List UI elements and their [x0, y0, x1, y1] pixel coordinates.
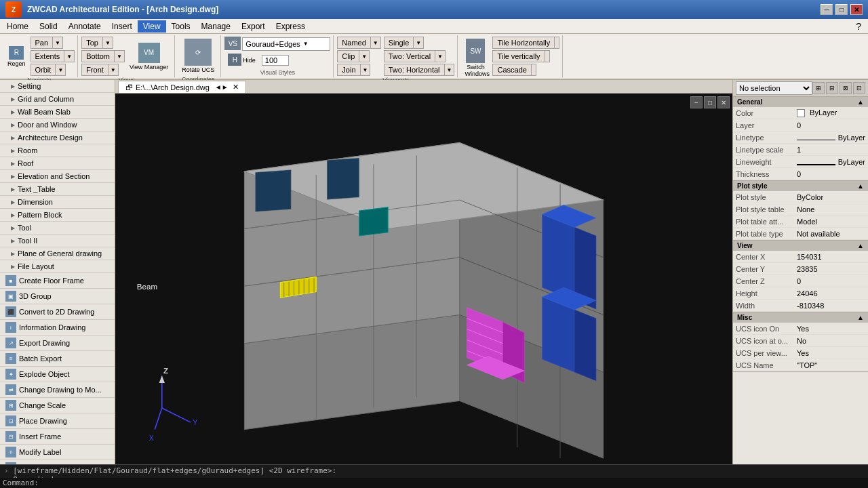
- clip-dropdown[interactable]: ▼: [359, 50, 370, 62]
- panel-insert-frame[interactable]: ⊟ Insert Frame: [0, 429, 115, 445]
- pan-button[interactable]: Pan: [31, 37, 54, 49]
- clip-button[interactable]: Clip: [337, 50, 359, 62]
- panel-file-layout[interactable]: File Layout: [0, 260, 115, 273]
- viewport-close[interactable]: ✕: [717, 96, 730, 108]
- viewport-minimize[interactable]: −: [690, 96, 703, 108]
- minimize-button[interactable]: ─: [821, 4, 833, 15]
- menu-export[interactable]: Export: [236, 20, 271, 33]
- tab-arrows[interactable]: ◄►: [215, 83, 229, 91]
- close-button[interactable]: ✕: [850, 4, 863, 15]
- menu-solid[interactable]: Solid: [34, 20, 63, 33]
- view-section-header[interactable]: View ▲: [733, 241, 868, 251]
- panel-dimension[interactable]: Dimension: [0, 196, 115, 209]
- tile-h-dropdown[interactable]: [555, 37, 559, 49]
- two-vertical-button[interactable]: Two: Vertical: [384, 50, 435, 62]
- top-view-button[interactable]: Top: [81, 37, 103, 49]
- panel-3d-group[interactable]: ▣ 3D Group: [0, 289, 115, 304]
- panel-convert-2d[interactable]: ⬛ Convert to 2D Drawing: [0, 304, 115, 320]
- pan-dropdown[interactable]: ▼: [53, 37, 63, 49]
- orbit-dropdown[interactable]: ▼: [56, 64, 66, 76]
- panel-text-table[interactable]: Text _Table: [0, 183, 115, 196]
- visual-style-dropdown[interactable]: Gouraud+Edges ▼: [242, 37, 330, 51]
- menu-help[interactable]: ?: [850, 20, 867, 33]
- tile-h-button[interactable]: Tile Horizontally: [492, 37, 555, 49]
- named-dropdown[interactable]: ▼: [371, 37, 381, 49]
- panel-modify-label[interactable]: T Modify Label: [0, 445, 115, 460]
- svg-marker-45: [359, 207, 388, 236]
- single-button[interactable]: Single: [384, 37, 414, 49]
- front-view-button[interactable]: Front: [81, 64, 108, 76]
- menu-insert[interactable]: Insert: [106, 20, 138, 33]
- panel-change-drawing[interactable]: ⇄ Change Drawing to Mo...: [0, 382, 115, 398]
- panel-explode[interactable]: ✦ Explode Object: [0, 367, 115, 382]
- viewport-tab-arch[interactable]: 🗗 E:\...\Arch Design.dwg ◄► ✕: [118, 81, 246, 93]
- menu-view[interactable]: View: [138, 20, 166, 33]
- menu-tools[interactable]: Tools: [166, 20, 196, 33]
- panel-wall-beam[interactable]: Wall Beam Slab: [0, 106, 115, 119]
- rotate-ucs-button[interactable]: ⟳ Rotate UCS: [178, 37, 218, 75]
- info-icon: i: [5, 322, 16, 333]
- orbit-button[interactable]: Orbit: [31, 64, 56, 76]
- switch-windows-button[interactable]: SW Switch Windows: [461, 37, 490, 79]
- panel-room[interactable]: Room: [0, 144, 115, 157]
- join-button[interactable]: Join: [337, 64, 360, 76]
- single-dropdown[interactable]: ▼: [414, 37, 424, 49]
- rp-icon-2[interactable]: ⊟: [826, 82, 838, 94]
- panel-information[interactable]: i Information Drawing: [0, 320, 115, 336]
- named-button[interactable]: Named: [337, 37, 370, 49]
- bottom-view-dropdown[interactable]: ▼: [115, 50, 125, 62]
- panel-place-drawing[interactable]: ⊡ Place Drawing: [0, 413, 115, 429]
- menu-home[interactable]: Home: [1, 20, 34, 33]
- front-view-dropdown[interactable]: ▼: [108, 64, 119, 76]
- panel-create-floor[interactable]: ■ Create Floor Frame: [0, 273, 115, 289]
- panel-door-window[interactable]: Door and Window: [0, 119, 115, 131]
- general-header[interactable]: General ▲: [733, 97, 868, 107]
- plot-style-header[interactable]: Plot style ▲: [733, 181, 868, 191]
- panel-batch-export[interactable]: ≡ Batch Export: [0, 351, 115, 367]
- panel-change-scale[interactable]: ⊞ Change Scale: [0, 398, 115, 413]
- maximize-button[interactable]: □: [835, 4, 848, 15]
- panel-elevation[interactable]: Elevation and Section: [0, 170, 115, 183]
- panel-tool-ii[interactable]: Tool II: [0, 235, 115, 247]
- hide-button[interactable]: H Hide: [224, 52, 259, 68]
- rp-icon-1[interactable]: ⊞: [812, 82, 825, 94]
- rp-icon-3[interactable]: ⊠: [840, 82, 852, 94]
- panel-plane-drawing[interactable]: Plane of General drawing: [0, 247, 115, 260]
- selection-dropdown[interactable]: No selection: [736, 81, 812, 95]
- tab-close[interactable]: ✕: [233, 83, 239, 92]
- cascade-dropdown[interactable]: [532, 64, 536, 76]
- menu-express[interactable]: Express: [271, 20, 311, 33]
- named-split: Named ▼: [337, 37, 380, 49]
- panel-drawing-catalog[interactable]: 📋 Drawing Catalog: [0, 460, 115, 464]
- join-dropdown[interactable]: ▼: [361, 64, 371, 76]
- panel-arch-design[interactable]: Architecture Design: [0, 131, 115, 144]
- two-horiz-dropdown[interactable]: ▼: [445, 64, 455, 76]
- rp-icon-4[interactable]: ⊡: [853, 82, 865, 94]
- menu-manage[interactable]: Manage: [196, 20, 236, 33]
- panel-export-drawing[interactable]: ↗ Export Drawing: [0, 336, 115, 351]
- hide-value[interactable]: 100: [262, 55, 289, 66]
- center-z-row: Center Z 0: [733, 275, 868, 287]
- viewport-content[interactable]: Y X Z Beam − □ ✕: [115, 94, 732, 464]
- panel-pattern-block[interactable]: Pattern Block: [0, 209, 115, 222]
- view-manager-button[interactable]: VM View Manager: [126, 41, 172, 73]
- panel-roof[interactable]: Roof: [0, 157, 115, 170]
- bottom-view-button[interactable]: Bottom: [81, 50, 115, 62]
- viewport-restore[interactable]: □: [704, 96, 716, 108]
- extents-button[interactable]: Extents: [31, 50, 65, 62]
- top-view-dropdown[interactable]: ▼: [103, 37, 113, 49]
- panel-setting[interactable]: Setting: [0, 80, 115, 93]
- tile-v-button[interactable]: Tile vertically: [492, 50, 545, 62]
- svg-rect-23: [327, 158, 359, 200]
- tile-v-dropdown[interactable]: [545, 50, 550, 62]
- panel-tool[interactable]: Tool: [0, 222, 115, 235]
- extents-dropdown[interactable]: ▼: [64, 50, 75, 62]
- cascade-button[interactable]: Cascade: [492, 64, 531, 76]
- two-horizontal-button[interactable]: Two: Horizontal: [384, 64, 445, 76]
- menu-annotate[interactable]: Annotate: [63, 20, 106, 33]
- misc-header[interactable]: Misc ▲: [733, 312, 868, 323]
- two-vert-dropdown[interactable]: ▼: [435, 50, 446, 62]
- command-input[interactable]: [41, 479, 865, 487]
- panel-grid-column[interactable]: Grid and Column: [0, 93, 115, 106]
- regen-button[interactable]: R Regen: [4, 44, 29, 69]
